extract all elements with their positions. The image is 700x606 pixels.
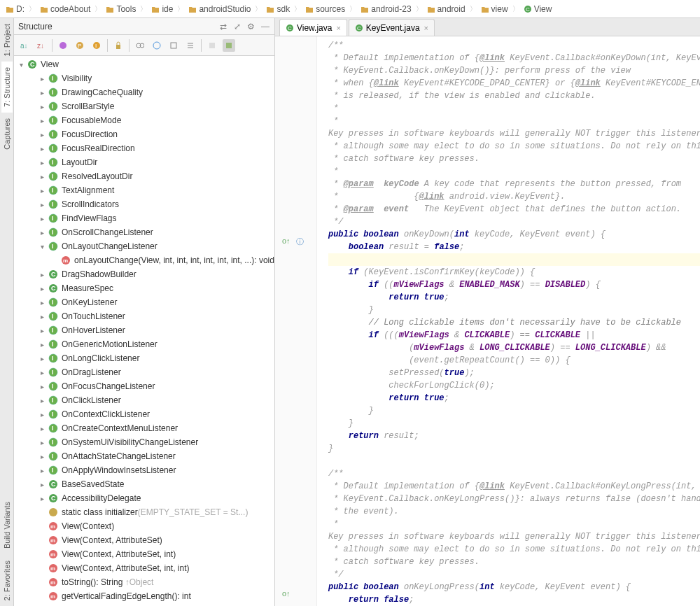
expand-toggle[interactable]: ▸ <box>38 467 46 474</box>
tree-item[interactable]: ▸IOnApplyWindowInsetsListener <box>14 463 274 477</box>
code-editor[interactable]: /** * Default implementation of {@link K… <box>317 36 700 606</box>
override-icon[interactable]: o↑ <box>282 589 290 598</box>
tree-item[interactable]: ▸IOnContextClickListener <box>14 407 274 421</box>
expand-toggle[interactable]: ▸ <box>38 299 46 306</box>
expand-toggle[interactable]: ▸ <box>38 355 46 362</box>
expand-toggle[interactable]: ▸ <box>38 397 46 404</box>
breadcrumb-item[interactable]: android-23 <box>359 4 412 14</box>
show-fields2-icon[interactable] <box>184 39 197 52</box>
expand-toggle[interactable]: ▸ <box>38 159 46 167</box>
tree-item[interactable]: ▸CMeasureSpec <box>14 281 274 295</box>
tree-item[interactable]: static class initializer(EMPTY_STATE_SET… <box>14 505 274 519</box>
scroll-from-source-icon[interactable]: ⇄ <box>218 22 228 31</box>
tree-item[interactable]: ▸IOnScrollChangeListener <box>14 225 274 239</box>
side-tab-captures[interactable]: Captures <box>1 113 13 155</box>
tree-item[interactable]: mtoString(): String ↑Object <box>14 575 274 589</box>
breadcrumb-item[interactable]: view <box>479 4 510 14</box>
show-lambda-icon[interactable] <box>150 39 163 52</box>
tree-item[interactable]: ▸IResolvedLayoutDir <box>14 169 274 183</box>
tree-item[interactable]: ▸IFocusDirection <box>14 127 274 141</box>
tree-item[interactable]: ▸IOnTouchListener <box>14 309 274 323</box>
breadcrumb-item[interactable]: android <box>426 4 467 14</box>
tree-item[interactable]: mgetVerticalFadingEdgeLength(): int <box>14 589 274 603</box>
expand-toggle[interactable]: ▸ <box>38 453 46 460</box>
close-icon[interactable]: × <box>336 24 340 32</box>
expand-toggle[interactable]: ▸ <box>38 481 46 488</box>
tree-item[interactable]: ▸ITextAlignment <box>14 183 274 197</box>
tree-item[interactable]: ▸IFocusableMode <box>14 113 274 127</box>
side-tab-favorites[interactable]: 2: Favorites <box>1 555 13 606</box>
expand-toggle[interactable]: ▸ <box>38 75 46 83</box>
tree-item[interactable]: ▸IOnLongClickListener <box>14 351 274 365</box>
expand-toggle[interactable]: ▸ <box>38 117 46 125</box>
sort-visibility-icon[interactable]: z↓ <box>35 39 48 52</box>
breadcrumb-item[interactable]: CView <box>522 4 554 14</box>
tree-item[interactable]: ▸IOnDragListener <box>14 365 274 379</box>
tree-item[interactable]: ▸IFocusRealDirection <box>14 141 274 155</box>
gear-icon[interactable]: ⚙ <box>246 22 256 31</box>
expand-toggle[interactable]: ▸ <box>38 439 46 446</box>
tree-root[interactable]: ▾ C View <box>14 57 274 71</box>
filter-lock-icon[interactable] <box>112 39 125 52</box>
tree-item[interactable]: mView(Context, AttributeSet) <box>14 533 274 547</box>
show-anonymous-icon[interactable] <box>134 39 146 52</box>
tree-item[interactable]: ▸CDragShadowBuilder <box>14 267 274 281</box>
tree-item[interactable]: ▸IDrawingCacheQuality <box>14 85 274 99</box>
tree-item[interactable]: ▸IScrollIndicators <box>14 197 274 211</box>
breadcrumb-item[interactable]: sources <box>304 4 346 14</box>
expand-toggle[interactable]: ▸ <box>38 313 46 320</box>
breadcrumb-item[interactable]: sdk <box>265 4 291 14</box>
side-tab-build-variants[interactable]: Build Variants <box>1 496 13 554</box>
tree-item[interactable]: ▸IScrollBarStyle <box>14 99 274 113</box>
tree-item[interactable]: ▸IVisibility <box>14 71 274 85</box>
tree-item[interactable]: ▸IOnAttachStateChangeListener <box>14 449 274 463</box>
expand-all-icon[interactable]: ⤢ <box>232 22 242 31</box>
expand-toggle[interactable]: ▸ <box>38 411 46 418</box>
tree-item[interactable]: ▸CBaseSavedState <box>14 477 274 491</box>
show-methods-icon[interactable] <box>167 39 180 52</box>
expand-toggle[interactable]: ▸ <box>38 495 46 502</box>
expand-toggle[interactable]: ▸ <box>38 215 46 223</box>
tree-item[interactable]: ▸IOnGenericMotionListener <box>14 337 274 351</box>
expand-toggle[interactable]: ▸ <box>38 201 46 209</box>
editor-tab[interactable]: CKeyEvent.java× <box>349 19 435 36</box>
filter-properties-icon[interactable]: P <box>74 39 86 52</box>
tree-item[interactable]: mView(Context, AttributeSet, int, int) <box>14 561 274 575</box>
expand-toggle[interactable]: ▸ <box>38 369 46 376</box>
tree-item[interactable]: ▾IOnLayoutChangeListener <box>14 239 274 253</box>
expand-toggle[interactable]: ▸ <box>38 327 46 334</box>
tree-item[interactable]: ▸IOnHoverListener <box>14 323 274 337</box>
tree-item[interactable]: monLayoutChange(View, int, int, int, int… <box>14 253 274 267</box>
expand-toggle[interactable]: ▸ <box>38 173 46 181</box>
expand-toggle[interactable]: ▾ <box>38 243 46 251</box>
tree-item[interactable]: ▸IOnKeyListener <box>14 295 274 309</box>
expand-toggle[interactable]: ▸ <box>38 131 46 139</box>
expand-toggle[interactable]: ▾ <box>17 61 25 69</box>
expand-toggle[interactable]: ▸ <box>38 425 46 432</box>
side-tab-structure[interactable]: 7: Structure <box>1 62 13 113</box>
tree-item[interactable]: ▸IOnFocusChangeListener <box>14 379 274 393</box>
expand-toggle[interactable]: ▸ <box>38 145 46 153</box>
tree-item[interactable]: ▸IFindViewFlags <box>14 211 274 225</box>
tree-item[interactable]: ▸ILayoutDir <box>14 155 274 169</box>
breadcrumb-item[interactable]: ide <box>150 4 174 14</box>
filter-inherited-icon[interactable]: I <box>90 39 103 52</box>
expand-toggle[interactable]: ▸ <box>38 229 46 237</box>
tree-item[interactable]: ▸IOnClickListener <box>14 393 274 407</box>
side-tab-project[interactable]: 1: Project <box>1 18 13 62</box>
tree-item[interactable]: ▸IOnCreateContextMenuListener <box>14 421 274 435</box>
autoscroll-to-icon[interactable] <box>206 39 218 52</box>
expand-toggle[interactable]: ▸ <box>38 341 46 348</box>
expand-toggle[interactable]: ▸ <box>38 271 46 279</box>
expand-toggle[interactable]: ▸ <box>38 383 46 390</box>
expand-toggle[interactable]: ▸ <box>38 187 46 195</box>
tree-item[interactable]: ▸IOnSystemUiVisibilityChangeListener <box>14 435 274 449</box>
expand-toggle[interactable]: ▸ <box>38 285 46 293</box>
editor-tab[interactable]: CView.java× <box>279 19 347 36</box>
tree-item[interactable]: mView(Context) <box>14 519 274 533</box>
breadcrumb-item[interactable]: codeAbout <box>38 4 92 14</box>
expand-toggle[interactable]: ▸ <box>38 103 46 111</box>
breadcrumb-item[interactable]: D: <box>4 4 26 14</box>
hide-icon[interactable]: — <box>260 22 270 31</box>
autoscroll-from-icon[interactable] <box>223 39 235 52</box>
